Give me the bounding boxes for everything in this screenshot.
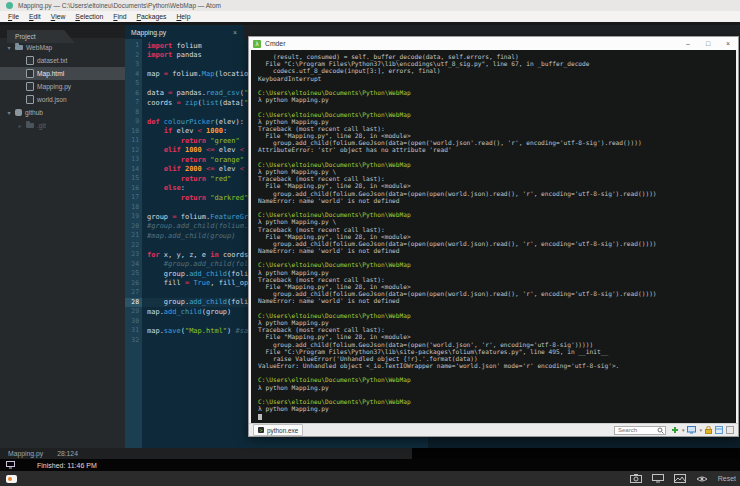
terminal-prompt-path: C:\Users\eltoineu\Documents\Python\WebMa… xyxy=(258,312,736,319)
atom-titlebar[interactable]: Mapping.py — C:\Users\eltoineu\Documents… xyxy=(0,0,740,11)
viewer-toolbar: Reset xyxy=(0,471,740,486)
terminal-line: λ python Mapping.py xyxy=(258,319,736,326)
console-select-button[interactable] xyxy=(687,426,696,434)
terminal-line: codecs.utf_8_decode(input[3:], errors, f… xyxy=(258,67,736,74)
screenshot-icon[interactable] xyxy=(674,474,686,483)
code-text: map = folium.Map(location=[ xyxy=(142,70,261,78)
terminal-line: ValueError: Unhandled object <_io.TextIO… xyxy=(258,362,736,369)
line-number: 29 xyxy=(125,307,142,317)
line-number: 1 xyxy=(125,41,142,51)
chevron-right-icon[interactable]: ▸ xyxy=(17,122,23,129)
menu-packages[interactable]: Packages xyxy=(132,13,172,20)
file-icon xyxy=(26,95,34,104)
menu-selection[interactable]: Selection xyxy=(70,13,108,20)
tree-item-mapping-py[interactable]: Mapping.py xyxy=(0,80,125,93)
tree-item-github[interactable]: ▾github xyxy=(0,106,125,119)
code-text: map.save("Map.html") #save xyxy=(142,327,257,335)
tree-item-label: WebMap xyxy=(26,44,52,51)
settings-icon[interactable] xyxy=(726,426,734,434)
terminal-line: NameError: name 'world' is not defined xyxy=(258,247,736,254)
line-number: 31 xyxy=(125,326,142,336)
tree-item-dataset-txt[interactable]: dataset.txt xyxy=(0,54,125,67)
code-text: if elev < 1000: xyxy=(142,127,227,135)
tree-item-label: Mapping.py xyxy=(37,83,71,90)
code-text: import folium xyxy=(142,42,202,50)
code-text: def colourPicker(elev): #d xyxy=(142,118,257,126)
terminal-line: λ python Mapping.py \ xyxy=(258,168,736,175)
notification-strip: Finished: 11:46 PM xyxy=(0,459,740,471)
tab-mapping-py[interactable]: Mapping.py × xyxy=(125,25,243,39)
tree-item-label: Map.html xyxy=(37,70,64,77)
code-text: #map.add_child(group) xyxy=(142,232,236,240)
terminal-prompt-path: C:\Users\eltoineu\Documents\Python\WebMa… xyxy=(258,89,736,96)
tree-item-label: dataset.txt xyxy=(37,57,67,64)
tree-item-map-html[interactable]: Map.html xyxy=(0,67,125,80)
code-text: group.add_child(folium. xyxy=(142,298,261,306)
display-icon[interactable] xyxy=(652,474,664,483)
line-number: 3 xyxy=(125,60,142,70)
menu-find[interactable]: Find xyxy=(108,13,131,20)
chevron-down-icon[interactable]: ▾ xyxy=(6,44,12,51)
new-tab-dropdown-icon[interactable]: ▾ xyxy=(682,427,685,433)
reset-button[interactable]: Reset xyxy=(718,475,736,482)
notification-text: Finished: 11:46 PM xyxy=(37,462,97,469)
code-text: return "darkred" xyxy=(142,194,248,202)
terminal-line: λ python Mapping.py xyxy=(258,384,736,391)
line-number: 28 xyxy=(125,298,142,308)
code-text: return "green" xyxy=(142,137,240,145)
line-number: 12 xyxy=(125,146,142,156)
cmder-window: λ Cmder – □ × (result, consumed) = self.… xyxy=(248,36,739,437)
terminal-line xyxy=(258,254,736,261)
code-text: group.add_child(folium. xyxy=(142,270,261,278)
line-number: 7 xyxy=(125,98,142,108)
screen: Mapping.py — C:\Users\eltoineu\Documents… xyxy=(0,0,740,486)
project-header-tab[interactable]: Project xyxy=(7,30,75,43)
cmder-titlebar[interactable]: λ Cmder – □ × xyxy=(249,37,738,50)
menu-file[interactable]: File xyxy=(3,13,24,20)
code-text: else: xyxy=(142,184,185,192)
line-number: 25 xyxy=(125,269,142,279)
tree-item-world-json[interactable]: world.json xyxy=(0,93,125,106)
terminal-line: group.add_child(folium.GeoJson(data=(ope… xyxy=(258,341,736,348)
eye-icon[interactable] xyxy=(696,475,708,483)
minimize-button[interactable]: – xyxy=(678,40,698,47)
terminal-line: (result, consumed) = self._buffer_decode… xyxy=(258,53,736,60)
terminal-line: group.add_child(folium.GeoJson(data=(ope… xyxy=(258,190,736,197)
terminal-line: File "Mapping.py", line 28, in <module> xyxy=(258,132,736,139)
close-button[interactable]: × xyxy=(718,40,738,47)
terminal-line xyxy=(258,204,736,211)
terminal-output[interactable]: (result, consumed) = self._buffer_decode… xyxy=(251,50,736,423)
code-text: #group.add_child(folium.Mark xyxy=(142,222,265,230)
project-tree: ▾WebMapdataset.txtMap.htmlMapping.pyworl… xyxy=(0,38,125,132)
console-tab[interactable]: > python.exe xyxy=(253,424,303,436)
search-icon[interactable] xyxy=(657,427,664,434)
terminal-line: NameError: name 'world' is not defined xyxy=(258,197,736,204)
terminal-line: raise ValueError('Unhandled object {!r}.… xyxy=(258,355,736,362)
line-number: 30 xyxy=(125,317,142,327)
new-tab-button[interactable] xyxy=(671,426,679,434)
tab-close-icon[interactable]: × xyxy=(233,29,237,36)
line-number: 11 xyxy=(125,136,142,146)
line-number: 15 xyxy=(125,174,142,184)
terminal-line: λ python Mapping.py xyxy=(258,405,736,412)
lock-icon[interactable] xyxy=(705,426,712,434)
tree-item-git[interactable]: ▸.git xyxy=(0,119,125,132)
menu-help[interactable]: Help xyxy=(171,13,195,20)
terminal-line xyxy=(258,82,736,89)
chevron-down-icon[interactable]: ▾ xyxy=(6,109,12,116)
camera-icon[interactable] xyxy=(630,474,642,483)
window-panel-icon[interactable] xyxy=(715,426,723,434)
console-select-dropdown-icon[interactable]: ▾ xyxy=(699,427,702,433)
notification-icon xyxy=(6,461,15,469)
terminal-line: Traceback (most recent call last): xyxy=(258,226,736,233)
status-cursor-position[interactable]: 28:124 xyxy=(57,450,78,457)
menu-edit[interactable]: Edit xyxy=(24,13,46,20)
tab-label: Mapping.py xyxy=(131,29,166,36)
code-text: return "orange" xyxy=(142,156,244,164)
line-number: 17 xyxy=(125,193,142,203)
maximize-button[interactable]: □ xyxy=(698,40,718,47)
console-tab-label: python.exe xyxy=(267,427,298,434)
menu-view[interactable]: View xyxy=(46,13,71,20)
line-number: 10 xyxy=(125,127,142,137)
terminal-line xyxy=(258,305,736,312)
